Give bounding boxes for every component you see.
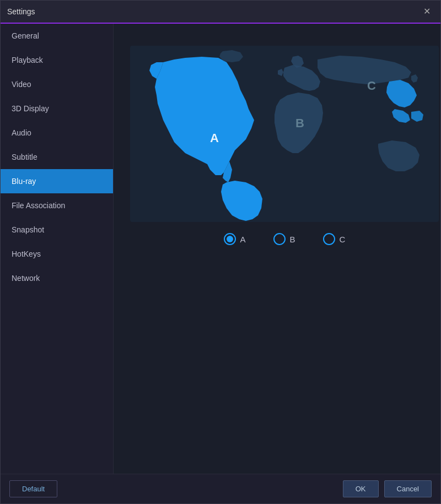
sidebar-item-snapshot[interactable]: Snapshot	[1, 218, 113, 242]
svg-text:A: A	[210, 131, 219, 145]
footer-left: Default	[9, 480, 57, 497]
title-bar: Settings ✕	[1, 1, 440, 24]
radio-c[interactable]	[323, 233, 335, 245]
window-title: Settings	[7, 7, 35, 16]
radio-a[interactable]	[224, 233, 236, 245]
region-option-c[interactable]: C	[323, 233, 346, 245]
content-area: General Playback Video 3D Display Audio …	[1, 24, 440, 474]
world-map: A B	[130, 46, 439, 222]
settings-window: Settings ✕ General Playback Video 3D Dis…	[0, 0, 441, 504]
sidebar-item-subtitle[interactable]: Subtitle	[1, 145, 113, 169]
sidebar-item-general[interactable]: General	[1, 24, 113, 48]
region-option-b[interactable]: B	[273, 233, 295, 245]
footer-right: OK Cancel	[343, 480, 432, 497]
sidebar-item-file-association[interactable]: File Association	[1, 193, 113, 218]
footer: Default OK Cancel	[1, 474, 440, 503]
sidebar-item-audio[interactable]: Audio	[1, 121, 113, 145]
region-a-label: A	[240, 235, 246, 244]
sidebar-item-bluray[interactable]: Blu-ray	[1, 169, 113, 193]
region-buttons: A B C	[224, 233, 346, 245]
region-c-label: C	[340, 235, 346, 244]
region-option-a[interactable]: A	[224, 233, 246, 245]
default-button[interactable]: Default	[9, 480, 57, 497]
sidebar-item-video[interactable]: Video	[1, 72, 113, 96]
sidebar-item-3d-display[interactable]: 3D Display	[1, 96, 113, 121]
ok-button[interactable]: OK	[343, 480, 379, 497]
sidebar-item-playback[interactable]: Playback	[1, 48, 113, 72]
sidebar-item-network[interactable]: Network	[1, 266, 113, 290]
radio-a-inner	[227, 236, 233, 242]
close-button[interactable]: ✕	[420, 6, 434, 17]
svg-text:B: B	[295, 116, 304, 130]
main-content: A B	[114, 24, 440, 474]
region-b-label: B	[290, 235, 295, 244]
sidebar: General Playback Video 3D Display Audio …	[1, 24, 114, 474]
svg-text:C: C	[367, 79, 376, 93]
radio-b[interactable]	[273, 233, 286, 245]
sidebar-item-hotkeys[interactable]: HotKeys	[1, 242, 113, 266]
cancel-button[interactable]: Cancel	[384, 480, 432, 497]
